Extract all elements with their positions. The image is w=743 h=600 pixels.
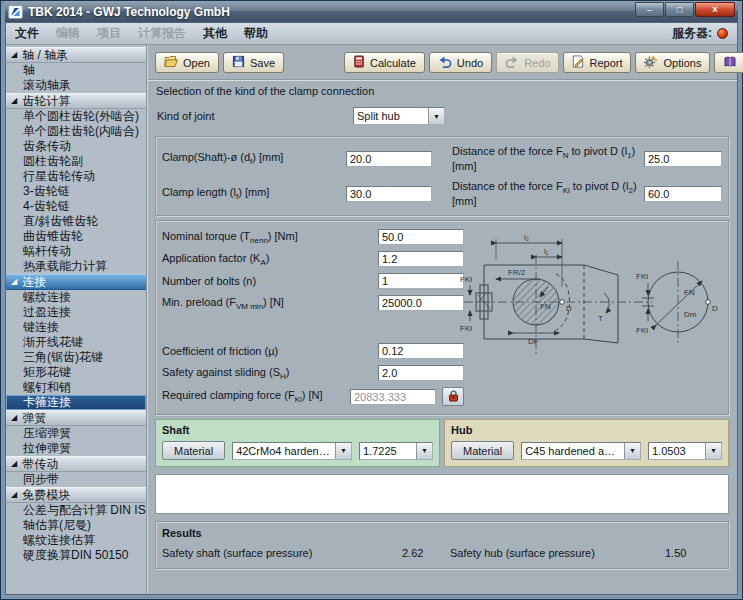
sidebar-item[interactable]: 螺纹连接估算 [6, 533, 146, 548]
sidebar-item[interactable]: 键连接 [6, 320, 146, 335]
load-group: Nominal torque (Tnenn) [Nm] Application … [155, 220, 729, 415]
sidebar-item[interactable]: 3-齿轮链 [6, 184, 146, 199]
sidebar-section-header[interactable]: ◢连接 [6, 274, 146, 290]
friction-coefficient-label: Coefficient of friction (µ) [162, 345, 378, 357]
expand-triangle-icon: ◢ [11, 460, 17, 468]
hub-material-select[interactable]: C45 hardened and temper... ▼ [521, 442, 641, 460]
clamp-diameter-label: Clamp(Shaft)-ø (df) [mm] [162, 151, 346, 166]
safety-shaft-value: 2.62 [402, 547, 450, 559]
friction-coefficient-input[interactable] [378, 343, 464, 359]
sidebar-item[interactable]: 曲齿锥齿轮 [6, 229, 146, 244]
sidebar-item[interactable]: 滚动轴承 [6, 78, 146, 93]
server-status: 服务器: [672, 25, 728, 42]
sidebar-item[interactable]: 直/斜齿锥齿轮 [6, 214, 146, 229]
report-button[interactable]: Report [563, 52, 631, 73]
app-window: TBK 2014 - GWJ Technology GmbH – □ × 文件编… [0, 0, 743, 600]
maximize-icon: □ [677, 5, 682, 15]
menu-item[interactable]: 帮助 [244, 25, 268, 42]
sidebar-item[interactable]: 热承载能力计算 [6, 259, 146, 274]
redo-button: Redo [496, 52, 559, 73]
sidebar-item[interactable]: 矩形花键 [6, 365, 146, 380]
diagram-label-fn: FN [684, 288, 695, 297]
nominal-torque-label: Nominal torque (Tnenn) [Nm] [162, 230, 378, 245]
menu-item: 项目 [97, 25, 121, 42]
sidebar-item[interactable]: 行星齿轮传动 [6, 169, 146, 184]
sidebar-item[interactable]: 4-齿轮链 [6, 199, 146, 214]
application-factor-label: Application factor (KA) [162, 252, 378, 267]
server-label: 服务器: [672, 25, 712, 42]
distance-fkl-label: Distance of the force FKl to pivot D (l2… [452, 180, 644, 207]
shaft-material-button[interactable]: Material [162, 441, 225, 460]
sidebar-item[interactable]: 硬度换算DIN 50150 [6, 548, 146, 563]
kind-of-joint-select[interactable]: Split hub ▼ [353, 107, 445, 125]
menu-item: 编辑 [56, 25, 80, 42]
sidebar-item[interactable]: 同步带 [6, 472, 146, 487]
distance-fkl-input[interactable] [644, 186, 722, 202]
hub-material-button[interactable]: Material [451, 441, 514, 460]
number-of-bolts-input[interactable] [378, 273, 464, 289]
results-title: Results [162, 527, 722, 539]
application-factor-input[interactable] [378, 251, 464, 267]
calculate-button[interactable]: Calculate [344, 52, 425, 73]
diagram-label-fkl: FKl [460, 275, 472, 284]
sidebar-item[interactable]: 拉伸弹簧 [6, 441, 146, 456]
sidebar-section-header[interactable]: ◢轴 / 轴承 [6, 47, 146, 63]
distance-fn-label: Distance of the force FN to pivot D (l1)… [452, 145, 644, 172]
close-button[interactable]: × [695, 2, 735, 17]
title-bar: TBK 2014 - GWJ Technology GmbH – □ × [5, 1, 738, 22]
maximize-button[interactable]: □ [665, 2, 694, 17]
distance-fn-input[interactable] [644, 151, 722, 167]
undo-button[interactable]: Undo [429, 52, 492, 73]
sidebar-item[interactable]: 螺纹连接 [6, 290, 146, 305]
sidebar-section-header[interactable]: ◢带传动 [6, 456, 146, 472]
sidebar-item[interactable]: 蜗杆传动 [6, 244, 146, 259]
sidebar-item[interactable]: 轴估算(尼曼) [6, 518, 146, 533]
sidebar-item[interactable]: 三角(锯齿)花键 [6, 350, 146, 365]
shaft-material-select[interactable]: 42CrMo4 hardened and te... ▼ [232, 442, 352, 460]
sidebar-section-header[interactable]: ◢齿轮计算 [6, 93, 146, 109]
clamp-length-input[interactable] [346, 186, 432, 202]
sidebar-item[interactable]: 卡箍连接 [6, 395, 146, 410]
dropdown-arrow-icon: ▼ [705, 443, 721, 459]
safety-sliding-input[interactable] [378, 365, 464, 381]
nominal-torque-input[interactable] [378, 229, 464, 245]
sidebar-item[interactable]: 单个圆柱齿轮(内啮合) [6, 124, 146, 139]
close-icon: × [712, 4, 718, 15]
sidebar-item[interactable]: 螺钉和销 [6, 380, 146, 395]
sidebar-item[interactable]: 单个圆柱齿轮(外啮合) [6, 109, 146, 124]
minimize-button[interactable]: – [635, 2, 664, 17]
save-button[interactable]: Save [223, 52, 284, 73]
clamp-connection-diagram: l₂ l₁ FR/2 FKl FKl FN D DF T FKl FKl FN … [456, 229, 724, 377]
help-button[interactable]: Help [714, 52, 743, 73]
open-button[interactable]: Open [155, 52, 219, 73]
sidebar-section-header[interactable]: ◢免费模块 [6, 487, 146, 503]
sidebar: ◢轴 / 轴承轴滚动轴承◢齿轮计算单个圆柱齿轮(外啮合)单个圆柱齿轮(内啮合)齿… [6, 45, 147, 594]
options-button[interactable]: Options [635, 52, 710, 73]
sidebar-item[interactable]: 轴 [6, 63, 146, 78]
expand-triangle-icon: ◢ [11, 414, 17, 422]
sidebar-section-label: 轴 / 轴承 [22, 48, 68, 63]
clamp-diameter-input[interactable] [346, 151, 432, 167]
menu-bar: 文件编辑项目计算报告其他帮助 服务器: [6, 23, 737, 45]
options-gear-icon [644, 55, 658, 70]
expand-triangle-icon: ◢ [11, 51, 17, 59]
sidebar-item[interactable]: 压缩弹簧 [6, 426, 146, 441]
min-preload-input[interactable] [378, 295, 464, 311]
sidebar-section-header[interactable]: ◢弹簧 [6, 410, 146, 426]
toolbar: Open Save Calculate Undo [155, 49, 729, 79]
sidebar-item[interactable]: 公差与配合计算 DIN ISO 286 [6, 503, 146, 518]
menu-item[interactable]: 其他 [203, 25, 227, 42]
sidebar-item[interactable]: 渐开线花键 [6, 335, 146, 350]
diagram-label-d: D [712, 304, 718, 313]
safety-hub-value: 1.50 [665, 547, 686, 559]
hub-material-number-select[interactable]: 1.0503 ▼ [648, 442, 722, 460]
menu-item[interactable]: 文件 [15, 25, 39, 42]
lock-button[interactable] [442, 387, 464, 406]
sidebar-item[interactable]: 过盈连接 [6, 305, 146, 320]
shaft-material-number-select[interactable]: 1.7225 ▼ [359, 442, 433, 460]
server-status-icon [717, 28, 728, 39]
sidebar-item[interactable]: 圆柱齿轮副 [6, 154, 146, 169]
sidebar-item[interactable]: 齿条传动 [6, 139, 146, 154]
diagram-label-fr2: FR/2 [508, 268, 526, 277]
diagram-label-l1: l₁ [544, 247, 549, 256]
